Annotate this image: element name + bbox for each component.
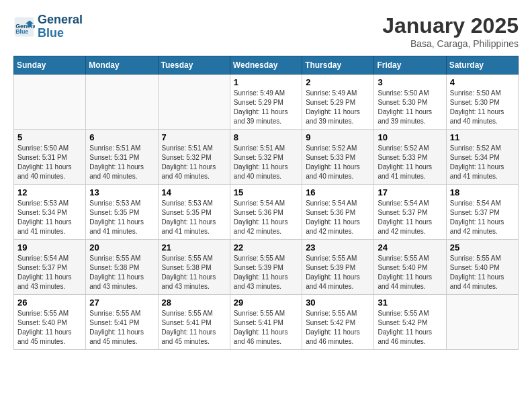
day-info: Sunrise: 5:51 AM Sunset: 5:31 PM Dayligh… xyxy=(89,144,154,181)
weekday-header-row: SundayMondayTuesdayWednesdayThursdayFrid… xyxy=(14,56,519,75)
main-title: January 2025 xyxy=(382,13,519,38)
calendar-cell: 16Sunrise: 5:54 AM Sunset: 5:36 PM Dayli… xyxy=(302,185,374,240)
calendar-cell xyxy=(14,75,86,130)
calendar-cell: 20Sunrise: 5:55 AM Sunset: 5:38 PM Dayli… xyxy=(86,240,158,295)
day-number: 2 xyxy=(306,77,370,87)
day-info: Sunrise: 5:50 AM Sunset: 5:31 PM Dayligh… xyxy=(17,144,82,181)
weekday-header: Friday xyxy=(374,56,446,75)
calendar-cell: 5Sunrise: 5:50 AM Sunset: 5:31 PM Daylig… xyxy=(14,130,86,185)
day-info: Sunrise: 5:52 AM Sunset: 5:33 PM Dayligh… xyxy=(378,144,442,181)
day-number: 4 xyxy=(450,77,515,87)
day-number: 28 xyxy=(162,298,226,308)
calendar-cell: 30Sunrise: 5:55 AM Sunset: 5:42 PM Dayli… xyxy=(302,295,374,350)
day-info: Sunrise: 5:50 AM Sunset: 5:30 PM Dayligh… xyxy=(378,89,442,126)
day-info: Sunrise: 5:49 AM Sunset: 5:29 PM Dayligh… xyxy=(234,89,298,126)
calendar-cell: 3Sunrise: 5:50 AM Sunset: 5:30 PM Daylig… xyxy=(374,75,446,130)
calendar-cell: 24Sunrise: 5:55 AM Sunset: 5:40 PM Dayli… xyxy=(374,240,446,295)
calendar-cell: 14Sunrise: 5:53 AM Sunset: 5:35 PM Dayli… xyxy=(158,185,230,240)
weekday-header: Thursday xyxy=(302,56,374,75)
weekday-header: Monday xyxy=(86,56,158,75)
day-number: 17 xyxy=(378,187,442,197)
calendar-cell: 21Sunrise: 5:55 AM Sunset: 5:38 PM Dayli… xyxy=(158,240,230,295)
day-info: Sunrise: 5:55 AM Sunset: 5:40 PM Dayligh… xyxy=(378,254,442,291)
day-number: 15 xyxy=(234,187,298,197)
day-number: 23 xyxy=(306,242,370,253)
calendar-cell: 8Sunrise: 5:51 AM Sunset: 5:32 PM Daylig… xyxy=(230,130,302,185)
calendar-cell: 19Sunrise: 5:54 AM Sunset: 5:37 PM Dayli… xyxy=(14,240,86,295)
subtitle: Basa, Caraga, Philippines xyxy=(382,38,519,49)
weekday-header: Tuesday xyxy=(158,56,230,75)
calendar-cell: 4Sunrise: 5:50 AM Sunset: 5:30 PM Daylig… xyxy=(446,75,518,130)
day-number: 11 xyxy=(450,132,515,142)
day-info: Sunrise: 5:54 AM Sunset: 5:37 PM Dayligh… xyxy=(17,254,82,291)
day-number: 10 xyxy=(378,132,442,142)
day-number: 7 xyxy=(162,132,226,142)
calendar-week-row: 26Sunrise: 5:55 AM Sunset: 5:40 PM Dayli… xyxy=(14,295,519,350)
calendar-cell: 31Sunrise: 5:55 AM Sunset: 5:42 PM Dayli… xyxy=(374,295,446,350)
day-info: Sunrise: 5:54 AM Sunset: 5:37 PM Dayligh… xyxy=(450,199,515,236)
day-info: Sunrise: 5:53 AM Sunset: 5:35 PM Dayligh… xyxy=(89,199,154,236)
logo-text: GeneralBlue xyxy=(38,13,83,40)
calendar-cell: 6Sunrise: 5:51 AM Sunset: 5:31 PM Daylig… xyxy=(86,130,158,185)
calendar-week-row: 1Sunrise: 5:49 AM Sunset: 5:29 PM Daylig… xyxy=(14,75,519,130)
calendar-week-row: 19Sunrise: 5:54 AM Sunset: 5:37 PM Dayli… xyxy=(14,240,519,295)
day-number: 22 xyxy=(234,242,298,253)
day-info: Sunrise: 5:55 AM Sunset: 5:41 PM Dayligh… xyxy=(234,309,298,347)
calendar-cell: 11Sunrise: 5:52 AM Sunset: 5:34 PM Dayli… xyxy=(446,130,518,185)
calendar-cell: 22Sunrise: 5:55 AM Sunset: 5:39 PM Dayli… xyxy=(230,240,302,295)
day-number: 29 xyxy=(234,298,298,308)
calendar-cell: 23Sunrise: 5:55 AM Sunset: 5:39 PM Dayli… xyxy=(302,240,374,295)
calendar-cell: 15Sunrise: 5:54 AM Sunset: 5:36 PM Dayli… xyxy=(230,185,302,240)
day-info: Sunrise: 5:49 AM Sunset: 5:29 PM Dayligh… xyxy=(306,89,370,126)
title-area: January 2025 Basa, Caraga, Philippines xyxy=(382,13,519,49)
day-number: 19 xyxy=(17,242,82,253)
calendar-cell: 12Sunrise: 5:53 AM Sunset: 5:34 PM Dayli… xyxy=(14,185,86,240)
calendar-cell: 28Sunrise: 5:55 AM Sunset: 5:41 PM Dayli… xyxy=(158,295,230,350)
day-info: Sunrise: 5:55 AM Sunset: 5:40 PM Dayligh… xyxy=(450,254,515,291)
calendar-cell xyxy=(158,75,230,130)
day-info: Sunrise: 5:52 AM Sunset: 5:34 PM Dayligh… xyxy=(450,144,515,181)
weekday-header: Saturday xyxy=(446,56,518,75)
day-number: 12 xyxy=(17,187,82,197)
day-info: Sunrise: 5:55 AM Sunset: 5:42 PM Dayligh… xyxy=(306,309,370,347)
calendar-cell: 27Sunrise: 5:55 AM Sunset: 5:41 PM Dayli… xyxy=(86,295,158,350)
calendar-week-row: 12Sunrise: 5:53 AM Sunset: 5:34 PM Dayli… xyxy=(14,185,519,240)
day-number: 27 xyxy=(89,298,154,308)
calendar-cell: 26Sunrise: 5:55 AM Sunset: 5:40 PM Dayli… xyxy=(14,295,86,350)
weekday-header: Sunday xyxy=(14,56,86,75)
calendar-cell: 7Sunrise: 5:51 AM Sunset: 5:32 PM Daylig… xyxy=(158,130,230,185)
calendar-cell xyxy=(86,75,158,130)
day-info: Sunrise: 5:55 AM Sunset: 5:41 PM Dayligh… xyxy=(89,309,154,347)
day-info: Sunrise: 5:55 AM Sunset: 5:38 PM Dayligh… xyxy=(89,254,154,291)
calendar-cell: 1Sunrise: 5:49 AM Sunset: 5:29 PM Daylig… xyxy=(230,75,302,130)
calendar-cell: 2Sunrise: 5:49 AM Sunset: 5:29 PM Daylig… xyxy=(302,75,374,130)
day-info: Sunrise: 5:55 AM Sunset: 5:39 PM Dayligh… xyxy=(306,254,370,291)
day-info: Sunrise: 5:53 AM Sunset: 5:34 PM Dayligh… xyxy=(17,199,82,236)
day-number: 18 xyxy=(450,187,515,197)
calendar-cell: 17Sunrise: 5:54 AM Sunset: 5:37 PM Dayli… xyxy=(374,185,446,240)
day-number: 25 xyxy=(450,242,515,253)
logo-icon: General Blue xyxy=(13,16,35,38)
day-number: 31 xyxy=(378,298,442,308)
day-info: Sunrise: 5:54 AM Sunset: 5:36 PM Dayligh… xyxy=(306,199,370,236)
day-number: 5 xyxy=(17,132,82,142)
day-number: 1 xyxy=(234,77,298,87)
calendar-cell xyxy=(446,295,518,350)
calendar-table: SundayMondayTuesdayWednesdayThursdayFrid… xyxy=(13,56,519,350)
day-info: Sunrise: 5:55 AM Sunset: 5:39 PM Dayligh… xyxy=(234,254,298,291)
day-number: 9 xyxy=(306,132,370,142)
day-info: Sunrise: 5:55 AM Sunset: 5:42 PM Dayligh… xyxy=(378,309,442,347)
day-info: Sunrise: 5:53 AM Sunset: 5:35 PM Dayligh… xyxy=(162,199,226,236)
weekday-header: Wednesday xyxy=(230,56,302,75)
day-number: 20 xyxy=(89,242,154,253)
day-number: 13 xyxy=(89,187,154,197)
calendar-cell: 25Sunrise: 5:55 AM Sunset: 5:40 PM Dayli… xyxy=(446,240,518,295)
svg-text:Blue: Blue xyxy=(15,28,28,35)
day-info: Sunrise: 5:51 AM Sunset: 5:32 PM Dayligh… xyxy=(234,144,298,181)
day-number: 21 xyxy=(162,242,226,253)
day-number: 26 xyxy=(17,298,82,308)
day-number: 14 xyxy=(162,187,226,197)
day-info: Sunrise: 5:54 AM Sunset: 5:37 PM Dayligh… xyxy=(378,199,442,236)
day-number: 30 xyxy=(306,298,370,308)
day-number: 16 xyxy=(306,187,370,197)
